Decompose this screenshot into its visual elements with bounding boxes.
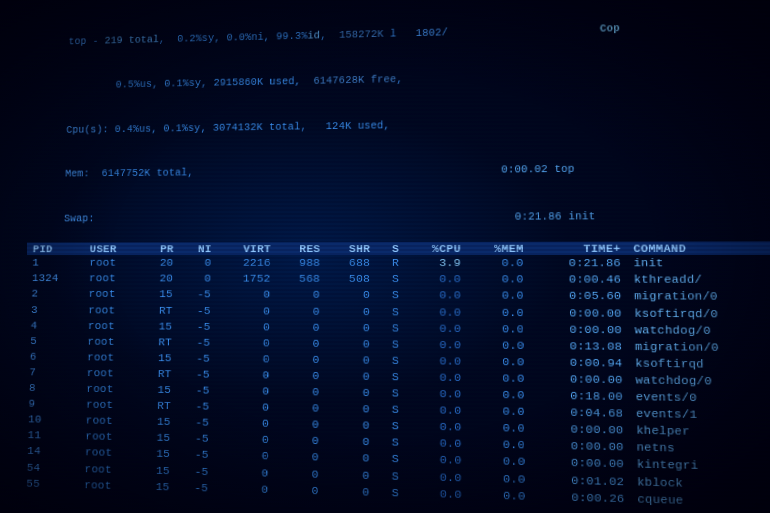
table-header-row: PID USER PR NI VIRT RES SHR S %CPU %MEM … bbox=[27, 242, 770, 256]
stat-line-4: Mem: 6147752K total, 0:00.02 top bbox=[29, 144, 770, 196]
col-header-virt: VIRT bbox=[217, 242, 276, 255]
table-row: 1root2002216988688R3.90.00:21.86init bbox=[27, 255, 770, 272]
col-header-cpu: %CPU bbox=[405, 242, 467, 255]
stat-line-5: Swap: 0:21.86 init bbox=[28, 192, 770, 241]
col-header-ni: NI bbox=[179, 243, 217, 256]
terminal-content: top - 219 total, 0.2%sy, 0.0%ni, 99.3%id… bbox=[20, 2, 770, 513]
terminal-screen: top - 219 total, 0.2%sy, 0.0%ni, 99.3%id… bbox=[0, 0, 770, 513]
col-header-res: RES bbox=[277, 242, 327, 255]
col-header-pid: PID bbox=[27, 243, 84, 256]
col-header-user: USER bbox=[84, 243, 142, 256]
col-header-shr: SHR bbox=[326, 242, 376, 255]
col-header-command: COMMAND bbox=[627, 242, 770, 256]
col-header-pr: PR bbox=[142, 243, 180, 256]
process-table: PID USER PR NI VIRT RES SHR S %CPU %MEM … bbox=[21, 242, 770, 512]
col-header-s: S bbox=[376, 242, 405, 255]
col-header-time: TIME+ bbox=[530, 242, 628, 255]
col-header-mem: %MEM bbox=[467, 242, 530, 255]
